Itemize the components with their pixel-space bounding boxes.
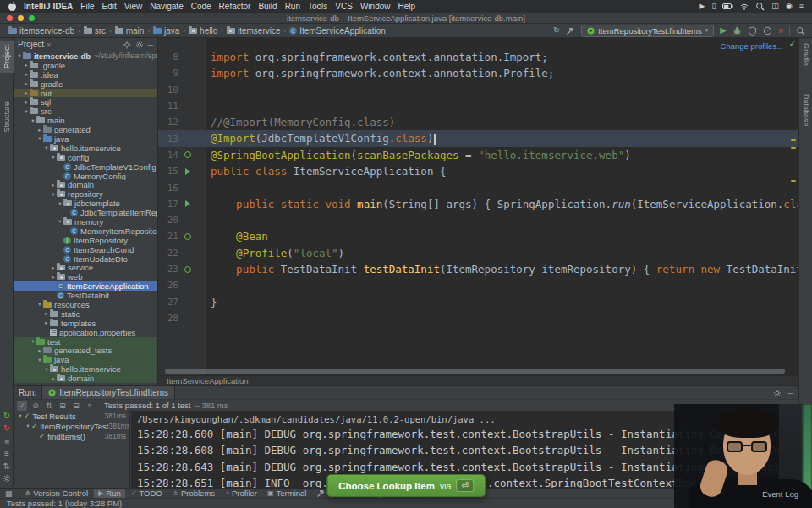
breadcrumb-itemservice-db[interactable]: itemservice-db [8, 26, 74, 36]
tree-item-config[interactable]: ▾config [14, 153, 157, 162]
coverage-button[interactable] [748, 26, 757, 36]
chevron-expanded-icon[interactable]: ▾ [50, 154, 57, 161]
run-button[interactable]: ▶ [720, 26, 727, 35]
breadcrumb-src[interactable]: src [84, 26, 106, 36]
test-tree-item-finditems[interactable]: ✓findItems()381ms [14, 431, 129, 441]
minimize-window-button[interactable] [18, 15, 24, 21]
tree-item-memoryitemrepository[interactable]: CMemoryItemRepository [14, 227, 157, 236]
tree-item-application-properties[interactable]: application.properties [14, 328, 157, 337]
tree-item-domain[interactable]: ▸domain [14, 374, 157, 383]
wifi-icon[interactable] [740, 3, 749, 10]
close-window-button[interactable] [7, 15, 13, 21]
breadcrumb-itemservice[interactable]: itemservice [227, 26, 281, 36]
settings-gear-icon[interactable] [135, 41, 144, 49]
tree-item-web[interactable]: ▸web [14, 272, 157, 281]
tree-item-testdatainit[interactable]: CTestDataInit [14, 291, 157, 300]
test-tree-item-itemrepositorytest[interactable]: ▾✓ItemRepositoryTest381ms [14, 421, 129, 431]
chevron-expanded-icon[interactable]: ▾ [43, 366, 50, 373]
chevron-collapsed-icon[interactable]: ▸ [43, 320, 50, 326]
menu-view[interactable]: View [124, 2, 143, 11]
sort-icon[interactable]: ⇅ [3, 462, 10, 472]
breadcrumb-main[interactable]: main [115, 26, 145, 36]
chevron-collapsed-icon[interactable]: ▸ [50, 265, 57, 271]
test-tree-item-test-results[interactable]: ▾✓Test Results381ms [14, 411, 129, 421]
menu-build[interactable]: Build [258, 2, 277, 11]
chevron-down-icon[interactable]: ∨ [47, 41, 51, 48]
spring-bean-gutter-icon[interactable] [181, 151, 194, 158]
tree-item-generated-tests[interactable]: ▸generated_tests [14, 347, 157, 356]
code-line-16[interactable]: 16 [158, 179, 798, 195]
tree-item-itemservice-db[interactable]: ▾itemservice-db~/study/inflearn/spring-d… [14, 52, 157, 61]
code-line-10[interactable]: 10 [158, 82, 798, 98]
settings-gear-icon[interactable] [773, 389, 782, 397]
tree-item-memory[interactable]: ▾memory [14, 217, 157, 227]
build-hammer-icon[interactable] [566, 26, 575, 36]
chevron-expanded-icon[interactable]: ▾ [57, 200, 63, 207]
code-line-28[interactable]: 28 [158, 310, 798, 326]
menu-edit[interactable]: Edit [102, 2, 116, 11]
toolwindow-button-run[interactable]: ▶Run [94, 489, 125, 499]
toolwindow-button-terminal[interactable]: ▣Terminal [263, 489, 310, 499]
toolwindow-switcher-icon[interactable]: ▦ [5, 489, 13, 498]
tree-item-test[interactable]: ▾test [14, 337, 157, 347]
display-icon[interactable]: ▯ [711, 3, 716, 10]
notification-center-icon[interactable]: ≡ [799, 3, 804, 10]
toolwindow-button-problems[interactable]: ⚠Problems [168, 489, 219, 499]
code-line-20[interactable]: 20 [158, 212, 798, 228]
zoom-window-button[interactable] [29, 15, 35, 21]
tree-item-repository[interactable]: ▾repository [14, 189, 157, 199]
debug-button[interactable] [732, 26, 742, 36]
code-line-21[interactable]: 21 @Bean [158, 228, 798, 244]
tree-item-gradle[interactable]: ▸gradle [14, 79, 157, 89]
tree-item-java[interactable]: ▾java [14, 134, 157, 144]
tree-item-java[interactable]: ▾java [14, 355, 157, 364]
code-line-12[interactable]: 12//@Import(MemoryConfig.class) [158, 114, 798, 130]
rerun-failed-tests-icon[interactable]: ↻ [3, 423, 10, 434]
menu-run[interactable]: Run [285, 2, 300, 11]
toolwindow-button-version-control[interactable]: ⋔Version Control [21, 489, 93, 499]
spring-bean-gutter-icon[interactable] [181, 233, 194, 240]
chevron-expanded-icon[interactable]: ▾ [16, 52, 23, 59]
chevron-expanded-icon[interactable]: ▾ [25, 423, 31, 429]
menu-refactor[interactable]: Refactor [219, 2, 251, 11]
test-history-icon[interactable]: ≡ [85, 401, 95, 411]
hide-panel-icon[interactable]: ─ [788, 389, 793, 397]
chevron-expanded-icon[interactable]: ▾ [30, 338, 36, 345]
chevron-collapsed-icon[interactable]: ▸ [23, 62, 30, 68]
tree-item-jdbctemplateitemrepository[interactable]: CJdbcTemplateItemRepository [14, 208, 157, 217]
inspections-ok-icon[interactable]: ✓ [789, 40, 796, 48]
code-line-13[interactable]: 13@Import(JdbcTemplateV1Config.class) [158, 130, 798, 146]
run-tab[interactable]: ItemRepositoryTest.findItems [41, 386, 175, 399]
siri-icon[interactable]: ◉ [786, 3, 793, 10]
code-line-8[interactable]: 8import org.springframework.context.anno… [158, 49, 798, 65]
warning-stripe-mark[interactable] [791, 139, 796, 141]
breadcrumb-class[interactable]: ItemServiceApplication [167, 376, 249, 385]
show-ignored-icon[interactable]: ⊘ [30, 401, 41, 411]
code-line-15[interactable]: 15public class ItemServiceApplication { [158, 163, 798, 179]
expand-all-icon[interactable]: ⊞ [58, 401, 68, 411]
toolwindow-button-profiler[interactable]: ◔Profiler [221, 489, 261, 499]
app-menu[interactable]: IntelliJ IDEA [24, 2, 73, 11]
code-editor[interactable]: 8import org.springframework.context.anno… [158, 38, 798, 375]
breadcrumb-java[interactable]: java [153, 26, 179, 36]
tree-item-memoryconfig[interactable]: CMemoryConfig [14, 172, 157, 181]
stop-icon[interactable]: ■ [4, 436, 9, 446]
tree-item-main[interactable]: ▾main [14, 116, 157, 125]
spotlight-icon[interactable] [755, 2, 765, 11]
stripe-tab-gradle[interactable]: Gradle [802, 43, 810, 66]
media-play-icon[interactable]: ▶ [699, 3, 705, 10]
run-gutter-icon[interactable] [181, 200, 194, 207]
tree-item-resources[interactable]: ▾resources [14, 300, 157, 309]
breadcrumb-hello[interactable]: hello [189, 26, 217, 36]
hide-panel-icon[interactable]: ─ [148, 41, 153, 49]
warning-stripe-mark[interactable] [791, 147, 796, 149]
code-line-14[interactable]: 14@SpringBootApplication(scanBasePackage… [158, 147, 798, 163]
tree-item-hello-itemservice[interactable]: ▾hello.itemservice [14, 364, 157, 374]
rerun-tests-icon[interactable]: ↻ [3, 411, 10, 421]
chevron-expanded-icon[interactable]: ▾ [30, 117, 36, 124]
chevron-collapsed-icon[interactable]: ▸ [36, 127, 43, 134]
chevron-expanded-icon[interactable]: ▾ [36, 135, 43, 142]
chevron-expanded-icon[interactable]: ▾ [36, 301, 43, 308]
menu-navigate[interactable]: Navigate [150, 2, 183, 11]
chevron-expanded-icon[interactable]: ▾ [57, 218, 63, 225]
